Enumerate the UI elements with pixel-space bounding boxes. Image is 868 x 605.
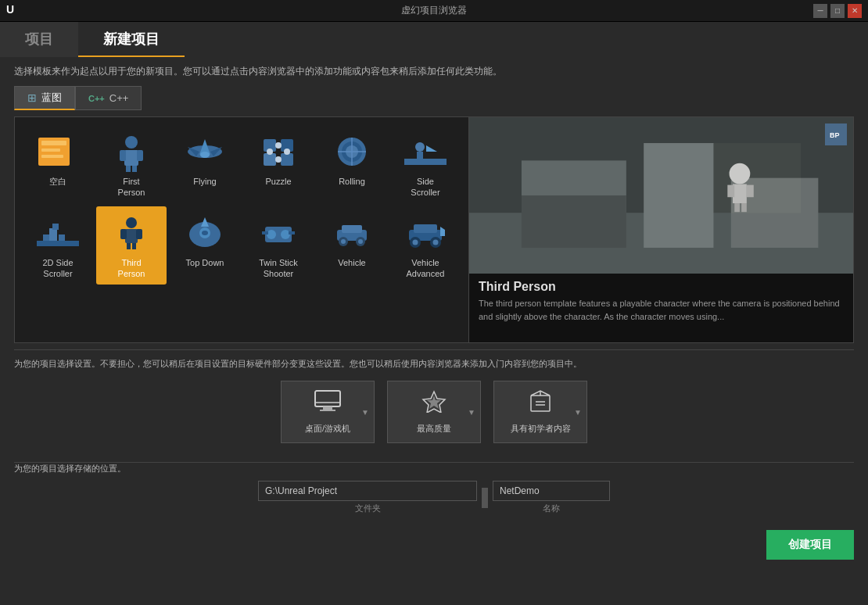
desktop-icon (314, 389, 342, 418)
svg-rect-39 (120, 229, 127, 239)
lang-tabs: ⊞ 蓝图 C++ C++ (14, 86, 854, 110)
template-item-blank[interactable]: 空白 (23, 125, 93, 203)
quality-arrow: ▼ (468, 408, 475, 417)
tab-blueprint[interactable]: ⊞ 蓝图 (14, 86, 75, 110)
titlebar-left: U (6, 3, 22, 19)
bottom-section: 为您的项目选择设置。不要担心，您可以稍后在项目设置的目标硬件部分变更这些设置。您… (0, 350, 868, 462)
svg-rect-59 (414, 224, 437, 233)
svg-rect-86 (531, 396, 550, 411)
filepath-row: 文件夹 名称 (14, 481, 854, 514)
svg-point-63 (433, 239, 439, 245)
tab-cpp[interactable]: C++ C++ (75, 86, 142, 110)
hw-btn-starter[interactable]: 具有初学者内容 ▼ (493, 381, 587, 443)
third-person-icon (108, 211, 155, 254)
desktop-arrow: ▼ (361, 408, 369, 417)
template-item-2d-side[interactable]: 2D SideScroller (23, 206, 93, 285)
tab-projects[interactable]: 项目 (0, 22, 78, 57)
template-item-side-scroller[interactable]: SideScroller (390, 125, 461, 203)
2d-side-label: 2D SideScroller (42, 257, 73, 280)
top-down-icon (181, 211, 228, 254)
third-person-label: ThirdPerson (118, 257, 145, 280)
starter-arrow: ▼ (574, 408, 582, 417)
quality-label: 最高质量 (417, 423, 451, 435)
svg-rect-8 (126, 166, 131, 172)
template-item-top-down[interactable]: Top Down (170, 206, 240, 285)
vehicle-icon (328, 211, 375, 254)
first-person-icon (108, 130, 155, 173)
folder-container: 文件夹 (258, 481, 477, 514)
preview-title: Third Person (469, 274, 853, 297)
name-container: 名称 (493, 481, 610, 514)
rolling-label: Rolling (339, 176, 365, 187)
template-item-first-person[interactable]: FirstPerson (96, 125, 167, 203)
titlebar-title: 虚幻项目浏览器 (401, 4, 467, 17)
template-item-rolling[interactable]: Rolling (317, 125, 387, 203)
create-project-button[interactable]: 创建项目 (766, 530, 854, 560)
quality-icon (420, 389, 448, 418)
filepath-separator (482, 488, 488, 508)
twin-stick-icon (255, 211, 302, 254)
blank-label: 空白 (49, 176, 66, 187)
name-col-label: 名称 (543, 503, 560, 514)
hw-btn-quality[interactable]: 最高质量 ▼ (387, 381, 481, 443)
top-down-label: Top Down (186, 257, 224, 268)
blueprint-label: 蓝图 (41, 91, 62, 105)
svg-marker-85 (427, 396, 441, 409)
filepath-label: 为您的项目选择存储的位置。 (14, 463, 854, 474)
svg-rect-38 (125, 229, 138, 243)
blank-icon (34, 130, 81, 173)
svg-point-57 (358, 239, 363, 244)
template-item-twin-stick[interactable]: Twin StickShooter (243, 206, 314, 285)
titlebar: U 虚幻项目浏览器 ─ □ ✕ (0, 0, 868, 22)
svg-rect-9 (132, 166, 137, 172)
template-item-vehicle-advanced[interactable]: VehicleAdvanced (390, 206, 461, 285)
svg-rect-68 (644, 143, 713, 248)
hw-btn-desktop[interactable]: 桌面/游戏机 ▼ (281, 381, 375, 443)
svg-point-29 (415, 142, 425, 152)
svg-rect-51 (289, 231, 295, 234)
flying-label: Flying (193, 176, 216, 187)
close-button[interactable]: ✕ (848, 4, 862, 18)
template-item-vehicle[interactable]: Vehicle (317, 206, 387, 285)
svg-rect-42 (132, 243, 136, 249)
titlebar-controls: ─ □ ✕ (813, 4, 862, 18)
svg-point-46 (202, 231, 208, 235)
hw-buttons-row: 桌面/游戏机 ▼ 最高质量 ▼ (14, 381, 854, 443)
filepath-section: 为您的项目选择存储的位置。 文件夹 名称 (0, 463, 868, 522)
svg-point-20 (275, 156, 282, 163)
svg-rect-3 (41, 155, 63, 158)
svg-rect-53 (342, 225, 362, 233)
preview-bp-badge: BP (825, 124, 847, 145)
template-area: 空白 FirstPerson (14, 116, 854, 343)
svg-point-4 (125, 136, 138, 149)
ue-logo: U (6, 3, 22, 19)
svg-rect-5 (124, 150, 138, 166)
project-name-input[interactable] (493, 481, 610, 501)
starter-label: 具有初学者内容 (511, 423, 571, 435)
svg-rect-50 (262, 231, 268, 234)
twin-stick-label: Twin StickShooter (259, 257, 298, 280)
svg-text:BP: BP (830, 131, 840, 139)
side-scroller-icon (402, 130, 449, 173)
tab-new-project[interactable]: 新建项目 (78, 22, 185, 57)
maximize-button[interactable]: □ (830, 4, 845, 18)
vehicle-label: Vehicle (338, 257, 365, 268)
settings-info: 为您的项目选择设置。不要担心，您可以稍后在项目设置的目标硬件部分变更这些设置。您… (14, 358, 854, 370)
svg-rect-7 (137, 150, 143, 161)
svg-rect-34 (52, 224, 59, 230)
minimize-button[interactable]: ─ (813, 4, 827, 18)
template-item-flying[interactable]: Flying (170, 125, 240, 203)
svg-rect-70 (522, 195, 626, 248)
folder-input[interactable] (258, 481, 477, 501)
svg-rect-80 (315, 391, 340, 406)
svg-rect-18 (281, 153, 293, 166)
create-btn-row: 创建项目 (0, 522, 868, 566)
vehicle-advanced-icon (402, 211, 449, 254)
vehicle-advanced-label: VehicleAdvanced (407, 257, 445, 280)
2d-side-icon (34, 211, 81, 254)
puzzle-label: Puzzle (265, 176, 291, 187)
rolling-icon (328, 130, 375, 173)
svg-rect-6 (120, 150, 126, 161)
template-item-third-person[interactable]: ThirdPerson (96, 206, 167, 285)
template-item-puzzle[interactable]: Puzzle (243, 125, 314, 203)
